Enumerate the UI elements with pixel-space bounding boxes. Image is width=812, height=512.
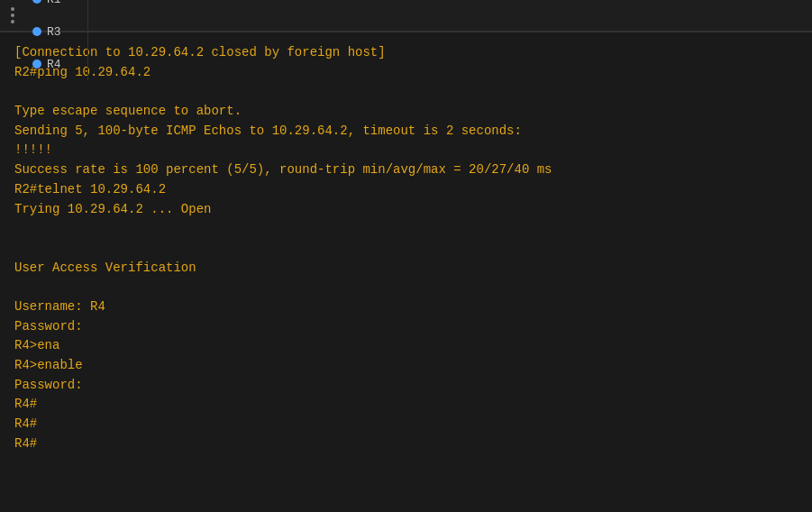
tab-label-r3: R3 <box>47 25 61 39</box>
tab-label-r1: R1 <box>47 0 61 6</box>
tab-r1[interactable]: R1 <box>22 0 88 15</box>
tab-r4[interactable]: R4 <box>22 48 88 80</box>
tab-dot-r3 <box>32 27 41 36</box>
drag-handle[interactable] <box>4 4 22 27</box>
tab-r3[interactable]: R3 <box>22 15 88 48</box>
tab-label-r4: R4 <box>47 58 61 71</box>
tab-bar: R2×R1R3R4 <box>0 0 812 32</box>
tab-dot-r1 <box>32 0 41 4</box>
terminal-window[interactable]: [Connection to 10.29.64.2 closed by fore… <box>0 32 812 512</box>
terminal-output: [Connection to 10.29.64.2 closed by fore… <box>14 43 798 453</box>
tab-dot-r4 <box>32 59 41 69</box>
app-container: R2×R1R3R4 [Connection to 10.29.64.2 clos… <box>0 0 812 512</box>
tabs-container: R2×R1R3R4 <box>22 0 88 80</box>
